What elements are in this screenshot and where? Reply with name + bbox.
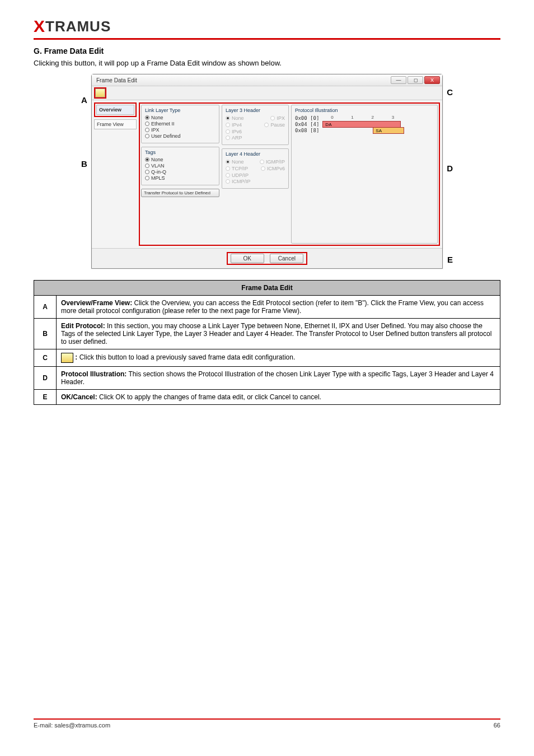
illu-scale-3: 3: [383, 115, 402, 120]
table-desc-B: Edit Protocol: In this section, you may …: [57, 319, 500, 349]
radio-icon: [226, 136, 230, 140]
open-file-icon[interactable]: [95, 88, 105, 97]
open-file-icon: [61, 353, 73, 363]
logo-x: X: [34, 17, 45, 35]
group-title: Layer 3 Header: [226, 108, 285, 113]
highlight-import-icon: [94, 87, 106, 99]
group-title: Link Layer Type: [145, 108, 216, 113]
illu-scale-0: 0: [322, 115, 341, 120]
radio-icon: [226, 179, 230, 184]
section-title: G. Frame Data Edit: [34, 46, 500, 55]
radio-icon[interactable]: [145, 128, 149, 132]
window-maximize-button[interactable]: ◻: [407, 76, 423, 84]
callout-c: C: [447, 87, 453, 97]
opt-ipx[interactable]: IPX: [151, 127, 160, 133]
radio-icon: [226, 116, 230, 120]
group-tags: Tags None VLAN Q-in-Q MPLS: [141, 147, 219, 185]
table-desc-D: Protocol Illustration: This section show…: [57, 367, 500, 390]
group-protocol-illustration: Protocol Illustration 0x00 [0] 0x04 [4] …: [291, 105, 438, 244]
tab-overview[interactable]: Overview: [96, 105, 134, 115]
dialog-toolbar: [92, 86, 442, 100]
dialog-title: Frame Data Edit: [96, 77, 137, 83]
opt-l3-pause: Pause: [270, 122, 285, 128]
radio-icon: [226, 129, 230, 134]
radio-icon[interactable]: [145, 157, 149, 162]
opt-ethernet-ii[interactable]: Ethernet II: [151, 121, 175, 127]
illu-row-1: 0x04 [4]: [295, 122, 319, 127]
radio-icon: [270, 116, 275, 120]
table-desc-E: OK/Cancel: Click OK to apply the changes…: [57, 390, 500, 405]
callout-d: D: [447, 164, 453, 173]
opt-qinq[interactable]: Q-in-Q: [151, 169, 166, 175]
radio-icon: [260, 160, 264, 164]
window-close-button[interactable]: X: [424, 76, 440, 84]
opt-none[interactable]: None: [151, 115, 163, 120]
radio-icon[interactable]: [145, 170, 149, 174]
highlight-sidebar: Overview: [94, 102, 137, 117]
radio-icon: [226, 173, 230, 178]
opt-l3-arp: ARP: [232, 135, 242, 141]
opt-l4-igmp: IGMP/IP: [266, 159, 285, 165]
table-key-D: D: [34, 367, 57, 390]
radio-icon[interactable]: [145, 134, 149, 138]
intro-text: Clicking this button, it will pop up a F…: [34, 59, 500, 67]
illu-row-0: 0x00 [0]: [295, 115, 319, 121]
logo-rest: TRAMUS: [45, 18, 111, 35]
group-title: Layer 4 Header: [226, 151, 285, 157]
callout-b: B: [81, 159, 87, 169]
page-number: 66: [494, 722, 500, 729]
cancel-button[interactable]: Cancel: [270, 254, 303, 263]
radio-icon: [226, 166, 230, 171]
highlight-main-panels: Link Layer Type None Ethernet II IPX Use…: [139, 102, 440, 246]
opt-l4-icmpv6: ICMPv6: [267, 166, 285, 171]
radio-icon: [264, 123, 269, 127]
opt-l4-none: None: [232, 159, 244, 165]
opt-l3-ipx: IPX: [277, 115, 285, 121]
opt-tags-none[interactable]: None: [151, 157, 163, 162]
group-link-layer-type: Link Layer Type None Ethernet II IPX Use…: [141, 105, 219, 143]
opt-l4-icmp: ICMP/IP: [232, 179, 251, 184]
opt-l3-none: None: [232, 115, 244, 121]
table-key-A: A: [34, 296, 57, 319]
radio-icon[interactable]: [145, 164, 149, 168]
radio-icon[interactable]: [145, 122, 149, 126]
opt-l4-udp: UDP/IP: [232, 172, 249, 178]
table-key-C: C: [34, 349, 57, 367]
opt-user-defined[interactable]: User Defined: [151, 133, 181, 139]
description-table: Frame Data Edit AOverview/Frame View: Cl…: [34, 280, 500, 405]
illu-scale-1: 1: [343, 115, 362, 120]
radio-icon[interactable]: [145, 176, 149, 180]
group-title: Tags: [145, 150, 216, 155]
illu-scale-2: 2: [363, 115, 382, 120]
callout-a: A: [81, 95, 87, 105]
group-title: Protocol Illustration: [295, 108, 434, 113]
table-key-B: B: [34, 319, 57, 349]
illu-row-2: 0x08 [8]: [295, 128, 319, 133]
dialog-titlebar: Frame Data Edit — ◻ X: [92, 74, 442, 86]
opt-l3-ipv6: IPv6: [232, 129, 242, 134]
illu-sa-bar: SA: [373, 127, 404, 134]
radio-icon: [226, 123, 230, 127]
radio-icon: [226, 160, 230, 164]
tab-frame-view[interactable]: Frame View: [94, 119, 137, 129]
table-desc-C: : Click this button to load a previously…: [57, 349, 500, 367]
radio-icon[interactable]: [145, 115, 149, 120]
callout-e: E: [447, 255, 453, 264]
opt-l4-tcp: TCP/IP: [232, 166, 248, 171]
table-desc-A: Overview/Frame View: Click the Overview,…: [57, 296, 500, 319]
table-key-E: E: [34, 390, 57, 405]
footer-email: E-mail: sales@xtramus.com: [34, 722, 110, 729]
frame-data-edit-dialog: Frame Data Edit — ◻ X Overview: [91, 74, 443, 269]
opt-vlan[interactable]: VLAN: [151, 163, 165, 169]
transfer-protocol-button[interactable]: Transfer Protocol to User Defined: [141, 189, 219, 197]
opt-mpls[interactable]: MPLS: [151, 175, 165, 181]
table-header: Frame Data Edit: [34, 281, 500, 296]
ok-button[interactable]: OK: [231, 254, 264, 263]
brand-logo: XTRAMUS: [34, 17, 500, 36]
top-divider: [34, 38, 500, 40]
group-layer4: Layer 4 Header None IGMP/IP TCP/IP ICMPv…: [222, 148, 289, 189]
highlight-footer-buttons: OK Cancel: [227, 252, 308, 265]
window-minimize-button[interactable]: —: [391, 76, 406, 84]
group-layer3: Layer 3 Header None IPX IPv4 Pause IPv6: [222, 105, 289, 145]
radio-icon: [261, 166, 265, 171]
